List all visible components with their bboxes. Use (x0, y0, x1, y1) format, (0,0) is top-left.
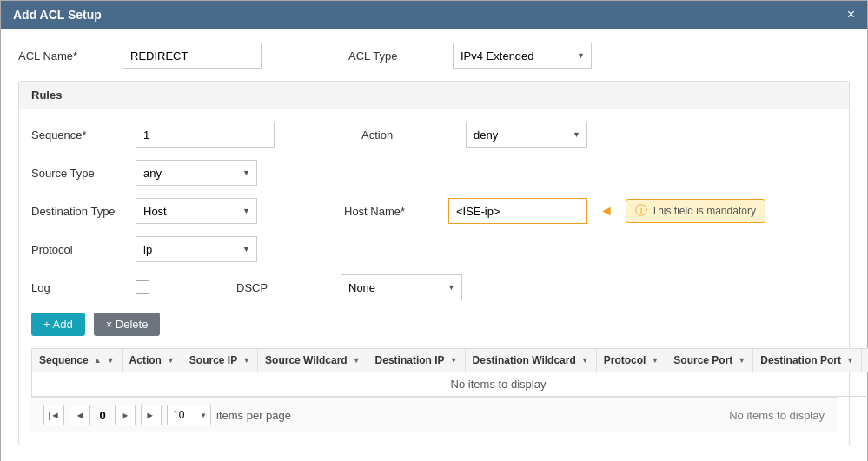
action-group: Action deny permit (361, 122, 587, 148)
action-select[interactable]: deny permit (466, 122, 587, 148)
action-buttons-row: + Add × Delete (31, 313, 837, 336)
acl-type-group: ACL Type IPv4 Extended IPv4 Standard IPv… (348, 43, 592, 69)
col-protocol-label: Protocol (604, 354, 646, 366)
host-name-input[interactable] (448, 198, 587, 224)
protocol-select[interactable]: ip tcp udp icmp (136, 236, 257, 262)
protocol-select-wrapper: ip tcp udp icmp (136, 236, 257, 262)
dscp-label: DSCP (236, 281, 332, 294)
col-source-ip[interactable]: Source IP ▼ (182, 349, 257, 372)
acl-name-label: ACL Name* (18, 49, 114, 63)
action-select-wrapper: deny permit (466, 122, 587, 148)
acl-name-group: ACL Name* (18, 43, 262, 69)
destination-type-row: Destination Type Host any network Host N… (31, 198, 837, 224)
source-type-group: Source Type any host network (31, 160, 257, 186)
log-label: Log (31, 281, 127, 294)
current-page: 0 (96, 409, 109, 422)
destination-type-select-wrapper: Host any network (136, 198, 257, 224)
items-per-page-wrapper: 10 25 50 100 (167, 405, 211, 425)
col-action[interactable]: Action ▼ (122, 349, 182, 372)
table-body: No items to display (32, 372, 869, 397)
mandatory-tooltip: ⓘ This field is mandatory (626, 199, 765, 223)
next-page-button[interactable]: ► (115, 405, 136, 425)
destination-type-select[interactable]: Host any network (136, 198, 257, 224)
items-per-page-select[interactable]: 10 25 50 100 (167, 405, 211, 425)
sort-icon-source-ip: ▼ (242, 356, 250, 365)
source-type-row: Source Type any host network (31, 160, 837, 186)
add-acl-modal: Add ACL Setup × ACL Name* ACL Type IPv4 … (0, 0, 868, 461)
sort-icon-protocol: ▼ (651, 356, 659, 365)
rules-body: Sequence* Action deny permit (19, 109, 849, 445)
dscp-group: DSCP None af11 af12 cs1 (236, 274, 462, 300)
sequence-label: Sequence* (31, 128, 127, 142)
sort-down-icon-sequence: ▼ (107, 356, 115, 365)
acl-type-label: ACL Type (348, 49, 444, 63)
destination-type-group: Destination Type Host any network (31, 198, 257, 224)
sort-icon-dest-port: ▼ (846, 356, 854, 365)
empty-row: No items to display (32, 372, 869, 397)
col-sequence-label: Sequence (39, 354, 89, 366)
sort-icon-source-port: ▼ (738, 356, 745, 365)
modal-close-button[interactable]: × (847, 8, 855, 22)
rules-section-label: Rules (31, 89, 62, 102)
col-dest-ip[interactable]: Destination IP ▼ (368, 349, 465, 372)
warning-arrow-icon: ◄ (600, 203, 613, 219)
protocol-row: Protocol ip tcp udp icmp (31, 236, 837, 262)
host-name-group: Host Name* ◄ ⓘ This field is mandatory (344, 198, 765, 224)
log-group: Log (31, 280, 149, 294)
sequence-group: Sequence* (31, 122, 275, 148)
sort-icon-action: ▼ (167, 356, 175, 365)
sort-icon-sequence: ▲ (94, 356, 102, 365)
sort-icon-source-wc: ▼ (353, 356, 361, 365)
acl-name-input[interactable] (123, 43, 262, 69)
table-header-row: Sequence ▲ ▼ Action ▼ (32, 349, 869, 372)
source-type-select-wrapper: any host network (136, 160, 257, 186)
action-label: Action (361, 128, 457, 142)
rules-table: Sequence ▲ ▼ Action ▼ (31, 348, 868, 397)
sequence-action-row: Sequence* Action deny permit (31, 122, 837, 148)
pagination-row: |◄ ◄ 0 ► ►| 10 25 50 100 items per page (31, 397, 837, 432)
acl-top-row: ACL Name* ACL Type IPv4 Extended IPv4 St… (18, 43, 850, 69)
first-page-button[interactable]: |◄ (43, 405, 64, 425)
col-source-ip-label: Source IP (189, 354, 237, 366)
col-dscp[interactable]: DSCP ▼ (861, 349, 868, 372)
sort-icon-dest-wc: ▼ (581, 356, 589, 365)
modal-header: Add ACL Setup × (1, 1, 867, 29)
host-name-label: Host Name* (344, 205, 440, 218)
rules-section: Rules Sequence* Action deny permit (18, 81, 850, 445)
col-dest-wildcard[interactable]: Destination Wildcard ▼ (465, 349, 596, 372)
col-source-port-label: Source Port (673, 354, 732, 366)
modal-title: Add ACL Setup (13, 8, 102, 22)
sort-icon-dest-ip: ▼ (450, 356, 458, 365)
no-items-text: No items to display (451, 378, 547, 391)
items-per-page-label: items per page (216, 409, 291, 422)
delete-rule-button[interactable]: × Delete (94, 313, 161, 336)
no-items-right-text: No items to display (729, 409, 825, 422)
col-dest-port-label: Destination Port (760, 354, 841, 366)
add-rule-button[interactable]: + Add (31, 313, 85, 336)
source-type-label: Source Type (31, 167, 127, 180)
dscp-select[interactable]: None af11 af12 cs1 (341, 274, 462, 300)
protocol-label: Protocol (31, 243, 127, 256)
dscp-select-wrapper: None af11 af12 cs1 (341, 274, 462, 300)
col-dest-ip-label: Destination IP (375, 354, 445, 366)
col-source-wildcard-label: Source Wildcard (265, 354, 348, 366)
source-type-select[interactable]: any host network (136, 160, 257, 186)
last-page-button[interactable]: ►| (141, 405, 162, 425)
acl-type-select[interactable]: IPv4 Extended IPv4 Standard IPv6 (453, 43, 592, 69)
col-dest-port[interactable]: Destination Port ▼ (753, 349, 862, 372)
rules-header: Rules (19, 82, 849, 109)
log-dscp-row: Log DSCP None af11 af12 cs1 (31, 274, 837, 300)
col-source-wildcard[interactable]: Source Wildcard ▼ (258, 349, 368, 372)
col-sequence[interactable]: Sequence ▲ ▼ (32, 349, 123, 372)
destination-type-label: Destination Type (31, 205, 127, 218)
col-source-port[interactable]: Source Port ▼ (666, 349, 753, 372)
mandatory-message: This field is mandatory (652, 205, 756, 217)
prev-page-button[interactable]: ◄ (70, 405, 90, 425)
log-checkbox[interactable] (136, 280, 149, 294)
col-protocol[interactable]: Protocol ▼ (596, 349, 666, 372)
col-dest-wildcard-label: Destination Wildcard (473, 354, 576, 366)
col-action-label: Action (129, 354, 162, 366)
sequence-input[interactable] (136, 122, 275, 148)
modal-body: ACL Name* ACL Type IPv4 Extended IPv4 St… (1, 29, 867, 461)
no-items-cell: No items to display (32, 372, 869, 397)
